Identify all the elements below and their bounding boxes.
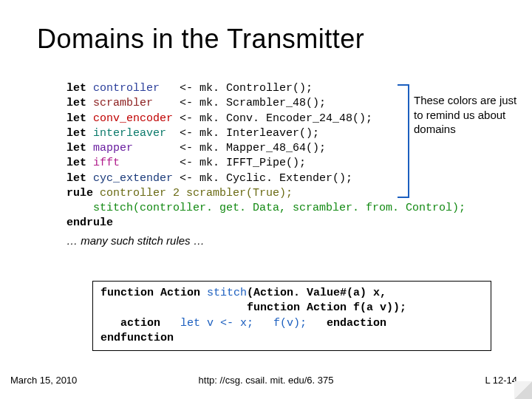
kw-let: let — [66, 172, 86, 185]
var-scrambler: scrambler — [93, 97, 153, 109]
rule-name: controller 2 scrambler(True); — [100, 187, 293, 200]
kw-rule: rule — [66, 187, 93, 200]
annotation-text: These colors are just to remind us about… — [414, 93, 525, 137]
kw-endrule: endrule — [66, 216, 113, 229]
trail-note: … many such stitch rules … — [66, 234, 480, 247]
stitch-call: stitch(controller. get. Data, scrambler.… — [66, 202, 466, 214]
slide-title: Domains in the Transmitter — [37, 24, 364, 55]
kw-let: let — [66, 97, 86, 109]
function-box: function Action stitch(Action. Value#(a)… — [92, 281, 491, 351]
slide: Domains in the Transmitter let controlle… — [0, 0, 532, 399]
kw-let: let — [66, 142, 86, 154]
var-conv-encoder: conv_encoder — [93, 112, 173, 125]
kw-let: let — [66, 157, 86, 169]
rhs-cyc-extender: mk. Cyclic. Extender(); — [200, 172, 352, 185]
footer-url: http: //csg. csail. mit. edu/6. 375 — [0, 375, 532, 386]
var-interleaver: interleaver — [93, 127, 166, 140]
bracket-icon — [398, 84, 409, 198]
rhs-interleaver: mk. Interleaver(); — [200, 127, 319, 140]
var-controller: controller — [93, 82, 160, 95]
func-sig-kw: function Action — [100, 287, 207, 299]
kw-let: let — [66, 127, 86, 140]
rhs-ifft: mk. IFFT_Pipe(); — [200, 157, 306, 169]
var-mapper: mapper — [93, 142, 133, 154]
func-name: stitch — [207, 287, 247, 299]
func-endaction-kw: endaction — [307, 317, 386, 330]
func-endfunction: endfunction — [100, 332, 174, 344]
rhs-conv-encoder: mk. Conv. Encoder_24_48(); — [200, 112, 372, 125]
func-body: let v <- x; f(v); — [180, 317, 307, 330]
page-curl-icon — [514, 381, 532, 399]
rhs-scrambler: mk. Scrambler_48(); — [200, 97, 326, 109]
rhs-controller: mk. Controller(); — [200, 82, 313, 95]
func-action-kw: action — [100, 317, 180, 330]
kw-let: let — [66, 112, 86, 125]
func-sig-params1: (Action. Value#(a) x, — [247, 287, 386, 299]
func-sig-params2: function Action f(a v)); — [100, 301, 406, 314]
var-cyc-extender: cyc_extender — [93, 172, 173, 185]
footer-page: L 12-14 — [485, 375, 517, 386]
kw-let: let — [66, 82, 86, 95]
var-ifft: ifft — [93, 157, 120, 169]
rhs-mapper: mk. Mapper_48_64(); — [200, 142, 326, 154]
